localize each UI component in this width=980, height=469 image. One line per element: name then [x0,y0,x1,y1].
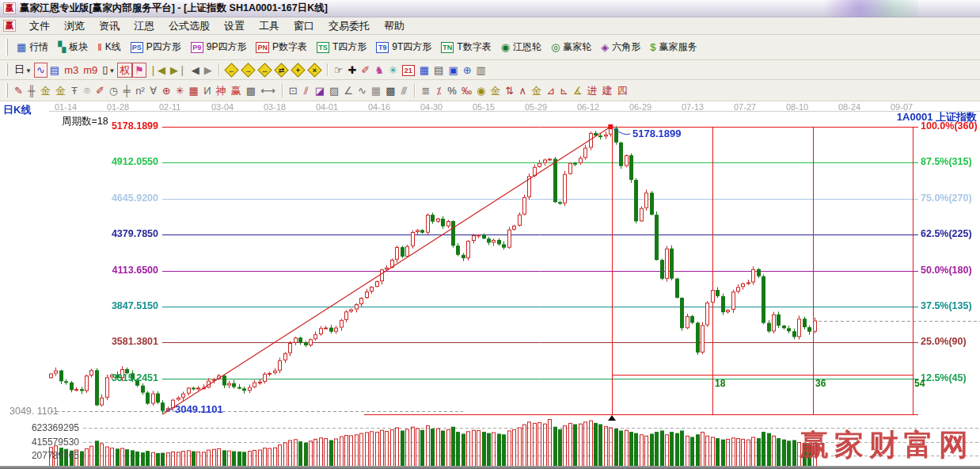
notes-icon[interactable]: ▤ [431,63,446,78]
print-icon[interactable]: ▥ [474,63,488,78]
menu-item-8[interactable]: 窗口 [287,17,321,35]
toolbar-button-tn-table[interactable]: TNT数字表 [436,38,496,56]
first-page-icon[interactable]: ❘◀ [146,63,168,78]
toolbar-button-t9-square[interactable]: T99T四方形 [371,38,436,56]
grid-line-icon[interactable]: ╫ [25,83,38,98]
titlebar[interactable]: 赢 赢家江恩专业版[赢家内部服务平台] - [上证指数 SH1A0001-167… [0,0,980,17]
calculator-icon[interactable]: ▦ [417,63,431,78]
period-day-icon[interactable]: 日▼ [12,62,34,78]
angle-line-icon[interactable]: ∠ [341,83,355,98]
ying-icon[interactable]: 赢 [229,83,244,98]
grid-red-icon[interactable]: ▦ [369,83,383,98]
hatch-box-icon[interactable]: ▨ [327,83,341,98]
expand-icon[interactable]: + [291,63,305,77]
gold-box-icon[interactable]: 金 [53,83,68,98]
knight-icon[interactable]: ♞ [372,63,386,78]
n2-icon[interactable]: n² [133,83,147,98]
ruler-grid-icon[interactable]: ╪ [120,83,133,98]
toolbar-button-quote[interactable]: ▦行情 [12,38,53,56]
price-grid-icon[interactable]: ▩ [244,83,258,98]
toolbar-grip[interactable] [6,39,8,56]
menu-item-6[interactable]: 设置 [217,17,252,35]
toolbar-button-gann-wheel[interactable]: ◉江恩轮 [496,38,546,56]
mirror-a-icon[interactable]: ∀ [147,83,160,98]
f-angle-icon[interactable]: ⊾ [557,83,571,98]
app-menu-icon[interactable]: 赢 [3,20,16,32]
zoom-left-icon[interactable]: ← [224,63,238,77]
brush-icon[interactable]: ✎ [12,83,25,98]
crosshair-icon[interactable]: ✚ [345,63,359,78]
slash-lines-icon[interactable]: ⫻ [397,83,410,98]
brush2-icon[interactable]: ✐ [93,83,107,98]
compress-icon[interactable]: ⇄ [274,63,288,77]
spiral-icon[interactable]: ⌾ [81,83,93,98]
circle-cross-icon[interactable]: ⊕ [160,83,173,98]
clock-circle-icon[interactable]: ◷ [107,83,120,98]
percent-slash-icon[interactable]: ⁒ [432,83,445,98]
prev-bar-icon[interactable]: ◀ [189,63,202,78]
arrow-pen-icon[interactable]: ⇅ [503,83,516,98]
fan-lines-icon[interactable]: ⫽ [300,83,313,98]
gold-section-icon[interactable]: 金 [38,83,53,98]
toolbar-button-ps-square[interactable]: PSP四方形 [126,38,186,56]
menu-item-2[interactable]: 浏览 [57,17,92,35]
toolbar-button-p9-square[interactable]: P99P四方形 [186,38,252,56]
e-angle-icon[interactable]: ∡ [571,83,585,98]
last-page-icon[interactable]: ▶❘ [168,63,189,78]
gold-angle-icon[interactable]: 金 [529,83,544,98]
menu-item-1[interactable]: 文件 [22,17,57,35]
next-bar-icon[interactable]: ▶ [202,63,215,78]
menu-item-4[interactable]: 江恩 [127,17,161,35]
ma3-icon[interactable]: m3 [62,63,81,78]
si-char-icon[interactable]: 四 [615,83,630,98]
menu-item-7[interactable]: 工具 [252,17,287,35]
menu-item-5[interactable]: 公式选股 [161,17,217,35]
drag-hand-icon[interactable]: ☞ [332,63,346,78]
mind-icon[interactable]: ✳ [386,63,400,78]
ma9-icon[interactable]: m9 [81,63,100,78]
scale-list-icon[interactable]: ≣ [419,83,432,98]
starburst-icon[interactable]: ✳ [173,83,187,98]
restore-rights-icon[interactable]: 权 [117,63,132,78]
box-tool-icon[interactable]: ⊡ [287,83,300,98]
toolbar-button-winner-service[interactable]: $赢家服务 [645,38,701,56]
toolbar-button-winner-wheel[interactable]: ◎赢家轮 [546,38,596,56]
grid-target-icon[interactable]: ▦ [187,83,201,98]
info-board-icon[interactable]: ▤ [47,63,62,78]
trend-net-icon[interactable]: ∿ [34,63,47,78]
toolbar-button-ts-square[interactable]: TST四方形 [312,38,371,56]
jian-char-icon[interactable]: 建 [600,83,615,98]
toolbar-button-kline[interactable]: ‖K线 [93,38,125,56]
zoom-right-icon[interactable]: → [241,63,255,77]
reset-view-icon[interactable]: × [307,63,321,77]
menu-item-10[interactable]: 帮助 [377,17,412,35]
menu-item-9[interactable]: 交易委托 [321,17,377,35]
f-ruler-icon[interactable]: Ŧ [68,83,81,98]
percent-icon[interactable]: % [445,83,459,98]
toolbar-button-sector[interactable]: ▚板块 [53,38,93,56]
web-icon[interactable]: ⊕ [461,63,474,78]
width-arrow-icon[interactable]: ⟷ [258,83,278,98]
permille-icon[interactable]: ‰ [459,83,474,98]
calendar-21-icon[interactable]: 21 [400,62,417,78]
j-angle-icon[interactable]: ⊿ [544,83,557,98]
jin-char-icon[interactable]: 进 [585,83,600,98]
zoom-fit-icon[interactable]: ↔ [257,63,272,77]
shen-icon[interactable]: 神 [214,83,229,98]
wave-mark-icon[interactable]: И [201,83,214,98]
mark-pen-icon[interactable]: ✐ [359,63,372,78]
toolbar-grip[interactable] [6,63,8,77]
shaded-box-icon[interactable]: ◪ [313,83,327,98]
wave-angle-icon[interactable]: ∧ [516,83,529,98]
menu-item-3[interactable]: 资讯 [92,17,127,35]
candle-style-icon[interactable]: ▯▼ [100,62,117,78]
gold-circle-icon[interactable]: ◉ [474,83,488,98]
flag-icon[interactable]: ⚑ [132,63,146,78]
toolbar-button-hexagon[interactable]: ◈六角形 [596,38,645,56]
zigzag-icon[interactable]: ∿ [355,83,369,98]
grid-dark-icon[interactable]: ▩ [383,83,397,98]
save-icon[interactable]: ▣ [446,63,460,78]
toolbar-grip[interactable] [6,83,8,97]
toolbar-button-pn-table[interactable]: PNP数字表 [251,38,312,56]
gold-line-icon[interactable]: 金 [488,83,503,98]
